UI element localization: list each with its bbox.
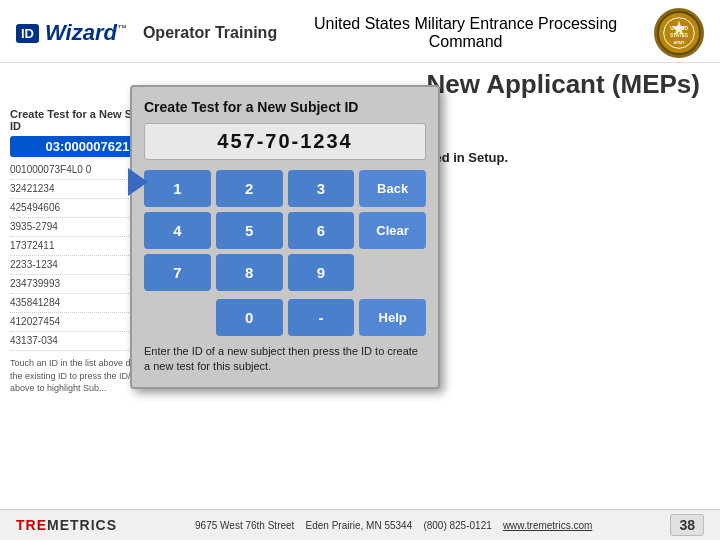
key-6[interactable]: 6 — [288, 212, 355, 249]
modal-footer-text: Enter the ID of a new subject then press… — [144, 344, 426, 375]
key-7[interactable]: 7 — [144, 254, 211, 291]
footer-address: 9675 West 76th Street Eden Prairie, MN 5… — [195, 520, 592, 531]
key-8[interactable]: 8 — [216, 254, 283, 291]
content-area: Create Test for a New Subject ID 03:0000… — [0, 104, 720, 474]
key-2[interactable]: 2 — [216, 170, 283, 207]
footer-logo: TREMETRICS — [16, 517, 117, 533]
page-number: 38 — [670, 514, 704, 536]
key-1[interactable]: 1 — [144, 170, 211, 207]
key-3[interactable]: 3 — [288, 170, 355, 207]
key-dash[interactable]: - — [288, 299, 355, 336]
key-help[interactable]: Help — [359, 299, 426, 336]
modal-dialog: Create Test for a New Subject ID 457-70-… — [130, 85, 440, 389]
svg-text:STATES: STATES — [670, 33, 688, 38]
key-5[interactable]: 5 — [216, 212, 283, 249]
military-seal: UNITED STATES ARMY — [654, 8, 704, 58]
footer: TREMETRICS 9675 West 76th Street Eden Pr… — [0, 509, 720, 540]
logo-area: ID Wizard™ Operator Training — [16, 20, 277, 46]
logo-wizard-text: Wizard™ — [45, 20, 127, 46]
header-title: Operator Training — [143, 24, 277, 42]
key-9[interactable]: 9 — [288, 254, 355, 291]
key-0[interactable]: 0 — [216, 299, 283, 336]
header: ID Wizard™ Operator Training United Stat… — [0, 0, 720, 63]
svg-text:ARMY: ARMY — [673, 41, 685, 45]
header-subtitle: United States Military Entrance Processi… — [277, 15, 654, 51]
ssn-input-display[interactable]: 457-70-1234 — [144, 123, 426, 160]
key-clear[interactable]: Clear — [359, 212, 426, 249]
key-back[interactable]: Back — [359, 170, 426, 207]
key-4[interactable]: 4 — [144, 212, 211, 249]
arrow-indicator — [128, 168, 148, 196]
logo-id-box: ID — [16, 24, 39, 43]
keypad-grid: 1 2 3 Back 4 5 6 Clear 7 8 9 — [144, 170, 426, 291]
modal-title: Create Test for a New Subject ID — [144, 99, 426, 115]
keypad-bottom-row: 0 - Help — [144, 299, 426, 336]
